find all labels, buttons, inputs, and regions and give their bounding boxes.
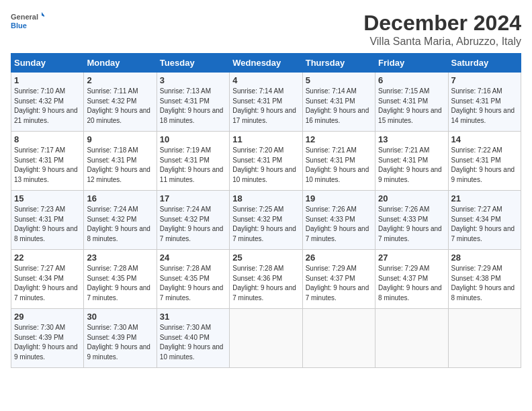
calendar-cell: 13Sunrise: 7:21 AMSunset: 4:31 PMDayligh… <box>375 132 448 191</box>
calendar-cell: 5Sunrise: 7:14 AMSunset: 4:31 PMDaylight… <box>302 73 375 132</box>
calendar-week-row: 8Sunrise: 7:17 AMSunset: 4:31 PMDaylight… <box>11 132 521 191</box>
day-number: 9 <box>87 134 153 144</box>
calendar-header-thursday: Thursday <box>302 54 375 73</box>
calendar-header-row: SundayMondayTuesdayWednesdayThursdayFrid… <box>11 54 521 73</box>
calendar-cell: 29Sunrise: 7:30 AMSunset: 4:39 PMDayligh… <box>11 309 84 368</box>
day-number: 4 <box>232 75 299 85</box>
calendar-cell: 2Sunrise: 7:11 AMSunset: 4:32 PMDaylight… <box>84 73 157 132</box>
day-info: Sunrise: 7:28 AMSunset: 4:36 PMDaylight:… <box>232 265 296 302</box>
calendar-cell: 8Sunrise: 7:17 AMSunset: 4:31 PMDaylight… <box>11 132 84 191</box>
calendar-cell <box>448 309 521 368</box>
day-number: 13 <box>378 134 445 144</box>
day-info: Sunrise: 7:20 AMSunset: 4:31 PMDaylight:… <box>232 146 296 183</box>
day-info: Sunrise: 7:14 AMSunset: 4:31 PMDaylight:… <box>306 87 369 124</box>
calendar-cell: 26Sunrise: 7:29 AMSunset: 4:37 PMDayligh… <box>302 250 375 309</box>
day-number: 15 <box>14 193 81 203</box>
day-info: Sunrise: 7:10 AMSunset: 4:32 PMDaylight:… <box>14 87 78 124</box>
day-info: Sunrise: 7:29 AMSunset: 4:38 PMDaylight:… <box>451 265 515 302</box>
day-number: 7 <box>451 75 518 85</box>
calendar-cell: 31Sunrise: 7:30 AMSunset: 4:40 PMDayligh… <box>157 309 229 368</box>
logo: General Blue <box>11 11 44 35</box>
day-number: 10 <box>160 134 226 144</box>
calendar-week-row: 1Sunrise: 7:10 AMSunset: 4:32 PMDaylight… <box>11 73 521 132</box>
calendar-header-saturday: Saturday <box>448 54 521 73</box>
day-number: 12 <box>306 134 372 144</box>
day-info: Sunrise: 7:24 AMSunset: 4:32 PMDaylight:… <box>160 205 224 242</box>
calendar-header-wednesday: Wednesday <box>230 54 302 73</box>
calendar-header-monday: Monday <box>84 54 157 73</box>
calendar-cell: 11Sunrise: 7:20 AMSunset: 4:31 PMDayligh… <box>230 132 302 191</box>
calendar-header-tuesday: Tuesday <box>157 54 229 73</box>
calendar-cell: 9Sunrise: 7:18 AMSunset: 4:31 PMDaylight… <box>84 132 157 191</box>
day-number: 28 <box>451 253 518 263</box>
calendar-cell: 1Sunrise: 7:10 AMSunset: 4:32 PMDaylight… <box>11 73 84 132</box>
calendar-week-row: 15Sunrise: 7:23 AMSunset: 4:31 PMDayligh… <box>11 191 521 250</box>
day-number: 8 <box>14 134 81 144</box>
day-number: 18 <box>232 193 299 203</box>
day-number: 26 <box>306 253 372 263</box>
page-header: General Blue December 2024 Villa Santa M… <box>11 11 521 48</box>
calendar-cell: 10Sunrise: 7:19 AMSunset: 4:31 PMDayligh… <box>157 132 229 191</box>
month-title: December 2024 <box>363 11 521 36</box>
day-number: 3 <box>160 75 226 85</box>
calendar-body: 1Sunrise: 7:10 AMSunset: 4:32 PMDaylight… <box>11 73 521 368</box>
day-info: Sunrise: 7:28 AMSunset: 4:35 PMDaylight:… <box>87 265 150 302</box>
day-info: Sunrise: 7:24 AMSunset: 4:32 PMDaylight:… <box>87 205 150 242</box>
day-info: Sunrise: 7:14 AMSunset: 4:31 PMDaylight:… <box>232 87 296 124</box>
logo-svg: General Blue <box>11 11 44 35</box>
calendar-week-row: 29Sunrise: 7:30 AMSunset: 4:39 PMDayligh… <box>11 309 521 368</box>
calendar-cell: 18Sunrise: 7:25 AMSunset: 4:32 PMDayligh… <box>230 191 302 250</box>
calendar-cell: 20Sunrise: 7:26 AMSunset: 4:33 PMDayligh… <box>375 191 448 250</box>
day-info: Sunrise: 7:21 AMSunset: 4:31 PMDaylight:… <box>306 146 369 183</box>
calendar-cell: 27Sunrise: 7:29 AMSunset: 4:37 PMDayligh… <box>375 250 448 309</box>
svg-marker-2 <box>42 12 44 17</box>
day-info: Sunrise: 7:29 AMSunset: 4:37 PMDaylight:… <box>306 265 369 302</box>
day-info: Sunrise: 7:30 AMSunset: 4:39 PMDaylight:… <box>87 324 150 361</box>
day-info: Sunrise: 7:13 AMSunset: 4:31 PMDaylight:… <box>160 87 224 124</box>
calendar-table: SundayMondayTuesdayWednesdayThursdayFrid… <box>11 53 521 368</box>
calendar-cell: 30Sunrise: 7:30 AMSunset: 4:39 PMDayligh… <box>84 309 157 368</box>
day-info: Sunrise: 7:29 AMSunset: 4:37 PMDaylight:… <box>378 265 442 302</box>
calendar-header-sunday: Sunday <box>11 54 84 73</box>
calendar-week-row: 22Sunrise: 7:27 AMSunset: 4:34 PMDayligh… <box>11 250 521 309</box>
calendar-cell: 21Sunrise: 7:27 AMSunset: 4:34 PMDayligh… <box>448 191 521 250</box>
calendar-cell: 14Sunrise: 7:22 AMSunset: 4:31 PMDayligh… <box>448 132 521 191</box>
day-info: Sunrise: 7:19 AMSunset: 4:31 PMDaylight:… <box>160 146 224 183</box>
calendar-cell: 6Sunrise: 7:15 AMSunset: 4:31 PMDaylight… <box>375 73 448 132</box>
calendar-cell: 23Sunrise: 7:28 AMSunset: 4:35 PMDayligh… <box>84 250 157 309</box>
calendar-cell: 22Sunrise: 7:27 AMSunset: 4:34 PMDayligh… <box>11 250 84 309</box>
day-number: 21 <box>451 193 518 203</box>
day-number: 2 <box>87 75 153 85</box>
calendar-cell: 15Sunrise: 7:23 AMSunset: 4:31 PMDayligh… <box>11 191 84 250</box>
day-number: 30 <box>87 312 153 322</box>
day-info: Sunrise: 7:23 AMSunset: 4:31 PMDaylight:… <box>14 205 78 242</box>
calendar-cell: 24Sunrise: 7:28 AMSunset: 4:35 PMDayligh… <box>157 250 229 309</box>
day-info: Sunrise: 7:30 AMSunset: 4:40 PMDaylight:… <box>160 324 224 361</box>
calendar-cell <box>375 309 448 368</box>
day-number: 23 <box>87 253 153 263</box>
day-number: 17 <box>160 193 226 203</box>
calendar-cell: 16Sunrise: 7:24 AMSunset: 4:32 PMDayligh… <box>84 191 157 250</box>
day-info: Sunrise: 7:17 AMSunset: 4:31 PMDaylight:… <box>14 146 78 183</box>
calendar-cell: 25Sunrise: 7:28 AMSunset: 4:36 PMDayligh… <box>230 250 302 309</box>
day-number: 16 <box>87 193 153 203</box>
calendar-cell: 28Sunrise: 7:29 AMSunset: 4:38 PMDayligh… <box>448 250 521 309</box>
day-number: 27 <box>378 253 445 263</box>
day-info: Sunrise: 7:26 AMSunset: 4:33 PMDaylight:… <box>378 205 442 242</box>
day-info: Sunrise: 7:27 AMSunset: 4:34 PMDaylight:… <box>14 265 78 302</box>
day-info: Sunrise: 7:27 AMSunset: 4:34 PMDaylight:… <box>451 205 515 242</box>
day-number: 6 <box>378 75 445 85</box>
day-info: Sunrise: 7:22 AMSunset: 4:31 PMDaylight:… <box>451 146 515 183</box>
day-info: Sunrise: 7:26 AMSunset: 4:33 PMDaylight:… <box>306 205 369 242</box>
calendar-cell: 7Sunrise: 7:16 AMSunset: 4:31 PMDaylight… <box>448 73 521 132</box>
day-info: Sunrise: 7:16 AMSunset: 4:31 PMDaylight:… <box>451 87 515 124</box>
calendar-cell: 19Sunrise: 7:26 AMSunset: 4:33 PMDayligh… <box>302 191 375 250</box>
day-number: 5 <box>306 75 372 85</box>
location-title: Villa Santa Maria, Abruzzo, Italy <box>363 36 521 48</box>
day-info: Sunrise: 7:11 AMSunset: 4:32 PMDaylight:… <box>87 87 150 124</box>
day-info: Sunrise: 7:30 AMSunset: 4:39 PMDaylight:… <box>14 324 78 361</box>
day-info: Sunrise: 7:21 AMSunset: 4:31 PMDaylight:… <box>378 146 442 183</box>
day-number: 31 <box>160 312 226 322</box>
day-info: Sunrise: 7:28 AMSunset: 4:35 PMDaylight:… <box>160 265 224 302</box>
day-number: 11 <box>232 134 299 144</box>
